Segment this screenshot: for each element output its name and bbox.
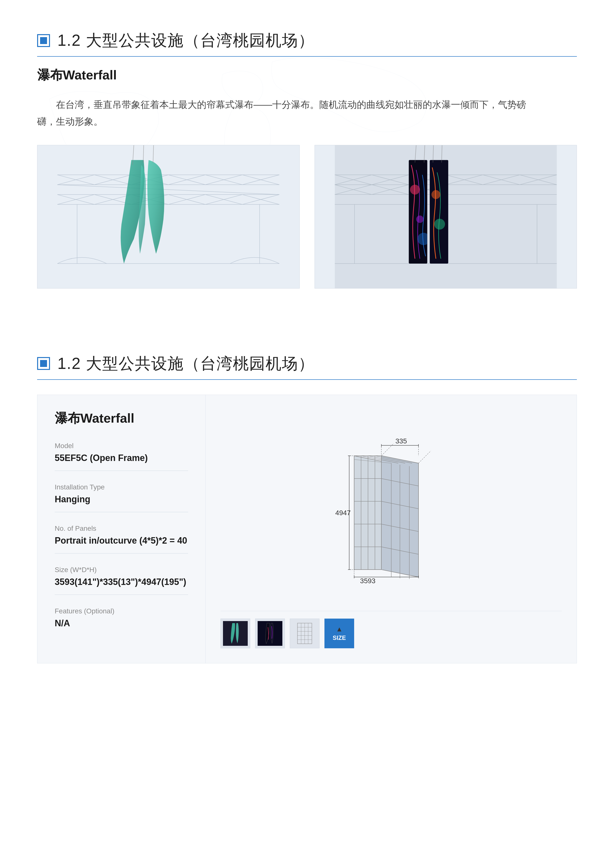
thumbnails-row: ▲ SIZE	[220, 611, 562, 648]
spec-model-value: 55EF5C (Open Frame)	[55, 453, 188, 463]
svg-text:335: 335	[395, 437, 407, 445]
spec-panels-row: No. of Panels Portrait in/outcurve (4*5)…	[55, 525, 188, 553]
svg-point-79	[431, 190, 440, 199]
top-section-header: 1.2 大型公共设施（台湾桃园机场）	[37, 30, 577, 57]
spec-panels-value: Portrait in/outcurve (4*5)*2 = 40	[55, 535, 188, 546]
spec-model-row: Model 55EF5C (Open Frame)	[55, 442, 188, 471]
spec-installation-label: Installation Type	[55, 483, 188, 491]
bottom-section: 1.2 大型公共设施（台湾桃园机场） 瀑布Waterfall Model 55E…	[37, 353, 577, 663]
section-icon-top	[37, 34, 50, 47]
spec-size-label: Size (W*D*H)	[55, 566, 188, 574]
svg-text:4947: 4947	[335, 509, 350, 517]
spec-model-label: Model	[55, 442, 188, 450]
bottom-product-title: 瀑布Waterfall	[55, 410, 188, 427]
thumbnail-2[interactable]	[255, 618, 285, 648]
thumbnail-3[interactable]	[290, 618, 319, 648]
spec-panel: 瀑布Waterfall Model 55EF5C (Open Frame) In…	[37, 395, 206, 663]
top-description: 在台湾，垂直吊带象征着本土最大的帘幕式瀑布——十分瀑布。随机流动的曲线宛如壮丽的…	[37, 96, 532, 130]
spec-features-value: N/A	[55, 618, 188, 628]
spec-features-label: Features (Optional)	[55, 607, 188, 615]
section-icon-bottom	[37, 357, 50, 370]
svg-rect-72	[409, 160, 427, 264]
top-section: 1.2 大型公共设施（台湾桃园机场） 瀑布Waterfall 在台湾，垂直吊带象…	[37, 30, 577, 288]
bottom-section-title: 1.2 大型公共设施（台湾桃园机场）	[57, 353, 315, 374]
svg-rect-10	[57, 145, 279, 288]
product-detail-card: 瀑布Waterfall Model 55EF5C (Open Frame) In…	[37, 395, 577, 663]
svg-point-80	[434, 219, 445, 229]
spec-installation-value: Hanging	[55, 494, 188, 505]
spec-features-row: Features (Optional) N/A	[55, 607, 188, 636]
size-diagram: 335	[220, 410, 562, 611]
svg-text:3593: 3593	[360, 577, 375, 584]
spec-panels-label: No. of Panels	[55, 525, 188, 532]
top-product-title: 瀑布Waterfall	[37, 67, 577, 84]
svg-point-77	[416, 215, 423, 223]
top-image-right	[315, 145, 577, 288]
top-section-title: 1.2 大型公共设施（台湾桃园机场）	[57, 30, 315, 51]
bottom-section-header: 1.2 大型公共设施（台湾桃园机场）	[37, 353, 577, 380]
svg-line-121	[419, 451, 431, 463]
size-button[interactable]: ▲ SIZE	[324, 618, 354, 648]
svg-point-76	[410, 184, 420, 194]
thumbnail-1[interactable]	[220, 618, 250, 648]
diagram-panel: 335	[206, 395, 577, 663]
size-arrow: ▲	[336, 625, 343, 633]
svg-rect-124	[257, 621, 282, 646]
spec-size-value: 3593(141")*335(13")*4947(195")	[55, 577, 188, 587]
svg-rect-123	[223, 621, 248, 646]
top-images-row	[37, 145, 577, 288]
size-label: SIZE	[333, 634, 346, 641]
svg-rect-73	[429, 160, 448, 264]
spec-size-row: Size (W*D*H) 3593(141")*335(13")*4947(19…	[55, 566, 188, 595]
spec-installation-row: Installation Type Hanging	[55, 483, 188, 512]
top-image-left	[37, 145, 300, 288]
